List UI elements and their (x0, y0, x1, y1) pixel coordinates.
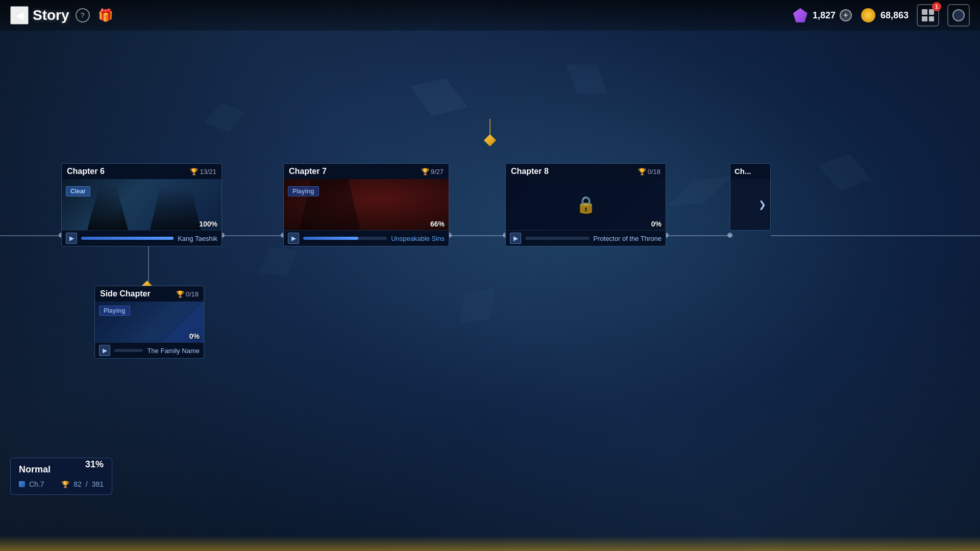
trophy-icon-ch7: 🏆 (421, 168, 429, 176)
chapter-8-header: Chapter 8 🏆 0 / 18 (506, 164, 666, 179)
gift-button[interactable]: 🎁 (98, 8, 113, 22)
status-box-mode: Normal (19, 464, 51, 475)
crystal-add-button[interactable]: + (840, 9, 852, 21)
trophy-icon-ch8: 🏆 (638, 168, 646, 176)
chapter-7-progress-fill (303, 237, 358, 240)
chapter-6-progress: 100% (199, 220, 217, 228)
chapter-6-stars: 🏆 13 / 21 (190, 168, 216, 176)
chapter-9-partial-label: Ch... (734, 167, 751, 176)
chapter-dot (19, 481, 25, 487)
chapter-7-title: Chapter 7 (289, 167, 327, 176)
chapter-8-footer: ▶ Protector of the Throne (506, 230, 666, 246)
gold-amount: 68,863 (880, 10, 909, 21)
side-chapter-title: Side Chapter (100, 289, 151, 298)
topbar-right: 1,827 + 68,863 1 (792, 4, 970, 27)
help-button[interactable]: ? (76, 8, 90, 22)
grid-badge: 1 (932, 2, 941, 11)
status-box-chapter: Ch.7 (29, 480, 44, 488)
chapter-7-image: Playing 66% (284, 179, 449, 230)
status-box: Normal 31% Ch.7 🏆 82 / 381 (10, 458, 112, 495)
chapter-6-status: Clear (66, 186, 90, 196)
crystal-currency: 1,827 + (792, 7, 852, 23)
chapter-8-play-button[interactable]: ▶ (510, 233, 521, 244)
gold-icon (860, 7, 876, 23)
side-chapter-progress: 0% (189, 332, 200, 340)
side-chapter-footer: ▶ The Family Name (95, 342, 204, 358)
center-marker (480, 122, 500, 143)
chapter-8-lock-overlay: 🔒 (506, 179, 666, 230)
profile-icon (952, 9, 965, 21)
page-title: Story (33, 7, 69, 23)
grid-button[interactable]: 1 (917, 4, 939, 27)
chapter-7-status: Playing (288, 186, 319, 196)
chapter-9-card-partial[interactable]: Ch... ❯ (730, 163, 771, 231)
chapter-6-header: Chapter 6 🏆 13 / 21 (62, 164, 222, 179)
connector-far-right (771, 235, 980, 236)
lock-icon: 🔒 (576, 195, 596, 214)
chapter-6-progress-bar (81, 237, 174, 240)
connector-ch6-ch7 (222, 235, 283, 236)
chapter-7-name: Unspeakable Sins (391, 235, 445, 242)
connector-v-side (148, 242, 149, 286)
chapter-7-progress-bar (303, 237, 387, 240)
chapter-9-partial-body: ❯ (730, 179, 770, 230)
chapter-8-progress: 0% (651, 220, 662, 228)
chapter-7-footer: ▶ Unspeakable Sins (284, 230, 449, 246)
chapter-7-card[interactable]: Chapter 7 🏆 9 / 27 Playing 66% ▶ (283, 163, 449, 246)
side-chapter-image: Playing 0% (95, 302, 204, 342)
side-chapter-card[interactable]: Side Chapter 🏆 0 / 18 Playing 0% ▶ The F (94, 286, 204, 359)
connector-dot-right (727, 233, 732, 238)
chapter-6-progress-fill (81, 237, 174, 240)
grid-icon (922, 9, 934, 21)
status-box-stars-total: 381 (92, 480, 104, 488)
trophy-icon-side: 🏆 (176, 290, 184, 298)
chapter-8-stars: 🏆 0 / 18 (638, 168, 660, 176)
chapter-8-image: 🔒 0% (506, 179, 666, 230)
profile-button[interactable] (947, 4, 970, 27)
chapter-8-name: Protector of the Throne (594, 235, 662, 242)
chapter-7-header: Chapter 7 🏆 9 / 27 (284, 164, 449, 179)
back-button[interactable]: ◀ (10, 6, 29, 24)
side-chapter-play-button[interactable]: ▶ (99, 345, 110, 356)
connector-left (0, 235, 61, 236)
chapter-7-progress: 66% (430, 220, 445, 228)
side-chapter-name: The Family Name (147, 347, 200, 355)
chapter-6-title: Chapter 6 (67, 167, 105, 176)
side-chapter-status: Playing (99, 306, 130, 316)
status-box-stars-current: 82 (74, 480, 82, 488)
connector-ch8-right (666, 235, 732, 236)
chapter-8-card[interactable]: Chapter 8 🏆 0 / 18 🔒 0% ▶ Protector of (505, 163, 666, 246)
status-box-percent: 31% (85, 459, 104, 470)
chapter-8-title: Chapter 8 (511, 167, 549, 176)
main-content: Chapter 6 🏆 13 / 21 Clear 100% ▶ (0, 31, 980, 536)
side-chapter-header: Side Chapter 🏆 0 / 18 (95, 286, 204, 302)
chapter-6-play-button[interactable]: ▶ (66, 233, 77, 244)
chapter-6-name: Kang Taeshik (178, 235, 217, 242)
chapter-6-footer: ▶ Kang Taeshik (62, 230, 222, 246)
chapter-6-card[interactable]: Chapter 6 🏆 13 / 21 Clear 100% ▶ (61, 163, 222, 246)
bottombar (0, 536, 980, 551)
status-box-row: Ch.7 🏆 82 / 381 (19, 480, 104, 488)
side-chapter-progress-bar (114, 349, 143, 352)
topbar: ◀ Story ? 🎁 1,827 + 68,863 1 (0, 0, 980, 31)
chapter-7-stars: 🏆 9 / 27 (421, 168, 444, 176)
trophy-icon-ch6: 🏆 (190, 168, 198, 176)
trophy-icon-status: 🏆 (61, 481, 69, 488)
chapter-7-play-button[interactable]: ▶ (288, 233, 299, 244)
chapter-6-image: Clear 100% (62, 179, 222, 230)
chapter-8-progress-bar (525, 237, 590, 240)
crystal-icon (792, 7, 808, 23)
crystal-amount: 1,827 (813, 10, 836, 21)
connector-ch7-ch8 (449, 235, 505, 236)
side-chapter-stars: 🏆 0 / 18 (176, 290, 199, 298)
gold-currency: 68,863 (860, 7, 909, 23)
